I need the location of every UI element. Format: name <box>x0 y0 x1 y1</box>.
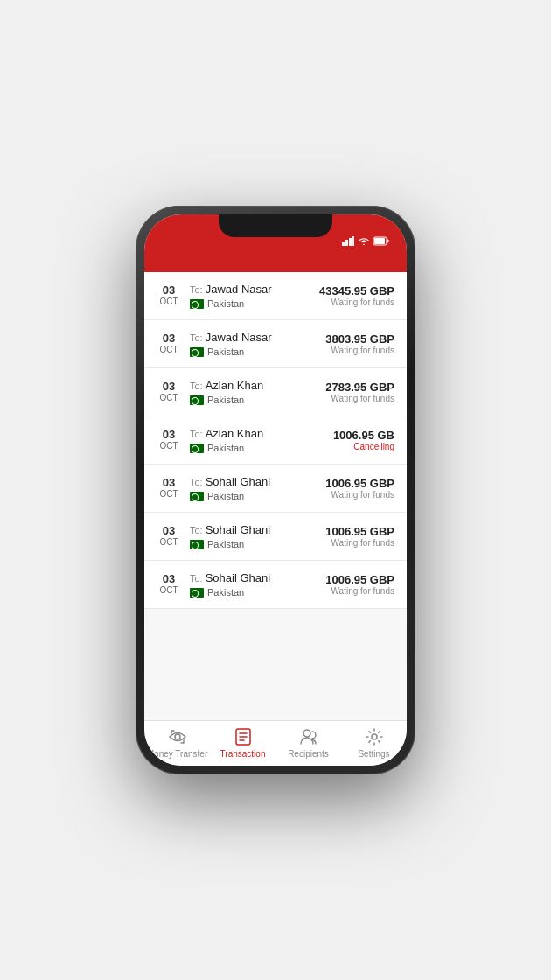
transaction-amount: 1006.95 GBP Wating for funds <box>325 573 394 596</box>
country-row: Pakistan <box>190 539 317 550</box>
transaction-amount: 2783.95 GBP Wating for funds <box>325 381 394 403</box>
transaction-details: To: Sohail Ghani Pakistan <box>190 571 317 598</box>
amount-status: Wating for funds <box>325 538 394 548</box>
amount-value: 1006.95 GB <box>333 429 394 442</box>
date-day: 03 <box>163 573 175 584</box>
transaction-amount: 43345.95 GBP Wating for funds <box>319 284 394 307</box>
svg-rect-1 <box>345 240 348 246</box>
to-label: To: <box>190 284 203 295</box>
amount-value: 1006.95 GBP <box>325 573 394 586</box>
pakistan-flag-icon <box>190 492 204 501</box>
transaction-item[interactable]: 03 OCT To: Sohail Ghani Pakistan 1006.95… <box>144 561 407 609</box>
amount-value: 43345.95 GBP <box>319 284 394 298</box>
country-name: Pakistan <box>207 346 244 357</box>
transaction-date: 03 OCT <box>157 332 181 356</box>
recipient-row: To: Sohail Ghani <box>190 571 317 584</box>
status-icons <box>342 236 389 248</box>
country-name: Pakistan <box>207 395 244 405</box>
transaction-date: 03 OCT <box>157 573 181 597</box>
to-label: To: <box>190 525 203 536</box>
transaction-details: To: Jawad Nasar Pakistan <box>190 331 317 357</box>
svg-rect-5 <box>387 240 389 243</box>
country-row: Pakistan <box>190 443 324 453</box>
transaction-details: To: Azlan Khan Pakistan <box>190 379 317 405</box>
recipient-row: To: Azlan Khan <box>190 379 317 392</box>
pakistan-flag-icon <box>190 299 204 309</box>
nav-item-money-transfer[interactable]: Money Transfer <box>144 726 210 759</box>
recipient-name: Jawad Nasar <box>206 331 272 344</box>
recipient-row: To: Azlan Khan <box>190 427 324 440</box>
transaction-nav-icon <box>233 726 254 747</box>
recipients-nav-icon <box>298 726 319 747</box>
to-label: To: <box>190 381 203 391</box>
amount-value: 3803.95 GBP <box>325 332 394 346</box>
svg-point-11 <box>303 730 310 737</box>
recipient-name: Azlan Khan <box>206 427 264 440</box>
battery-icon <box>373 236 389 246</box>
amount-status: Wating for funds <box>325 394 394 403</box>
transaction-item[interactable]: 03 OCT To: Sohail Ghani Pakistan 1006.95… <box>144 465 407 513</box>
amount-status: Wating for funds <box>325 346 394 355</box>
transaction-item[interactable]: 03 OCT To: Sohail Ghani Pakistan 1006.95… <box>144 513 407 561</box>
settings-nav-icon <box>364 726 385 747</box>
transaction-details: To: Jawad Nasar Pakistan <box>190 283 310 309</box>
svg-rect-3 <box>352 236 354 246</box>
transaction-date: 03 OCT <box>157 381 181 404</box>
recipient-row: To: Sohail Ghani <box>190 475 317 488</box>
amount-status: Cancelling <box>333 442 394 452</box>
signal-icon <box>342 236 354 246</box>
svg-rect-6 <box>374 238 385 244</box>
country-name: Pakistan <box>207 491 244 501</box>
country-row: Pakistan <box>190 491 317 501</box>
recipients-nav-label: Recipients <box>288 749 329 759</box>
country-name: Pakistan <box>207 298 244 309</box>
nav-item-recipients[interactable]: Recipients <box>276 726 341 759</box>
recipient-name: Sohail Ghani <box>206 523 270 536</box>
recipient-name: Azlan Khan <box>206 379 264 392</box>
app-header <box>144 251 407 272</box>
to-label: To: <box>190 429 203 439</box>
svg-point-12 <box>372 734 377 739</box>
nav-item-settings[interactable]: Settings <box>341 726 407 759</box>
transaction-item[interactable]: 03 OCT To: Azlan Khan Pakistan 2783.95 G… <box>144 368 407 416</box>
country-name: Pakistan <box>207 443 244 453</box>
amount-status: Wating for funds <box>319 298 394 307</box>
date-month: OCT <box>159 392 178 404</box>
pakistan-flag-icon <box>190 540 204 550</box>
transaction-details: To: Sohail Ghani Pakistan <box>190 475 317 501</box>
transaction-date: 03 OCT <box>157 477 181 500</box>
amount-status: Wating for funds <box>325 490 394 500</box>
transaction-item[interactable]: 03 OCT To: Azlan Khan Pakistan 1006.95 G… <box>144 416 407 465</box>
recipient-row: To: Jawad Nasar <box>190 331 317 344</box>
amount-value: 1006.95 GBP <box>325 525 394 538</box>
phone-notch <box>219 214 332 237</box>
date-day: 03 <box>163 332 175 344</box>
date-month: OCT <box>159 536 178 549</box>
date-month: OCT <box>159 488 178 500</box>
transaction-amount: 3803.95 GBP Wating for funds <box>325 332 394 355</box>
country-row: Pakistan <box>190 346 317 357</box>
wifi-icon <box>358 236 370 246</box>
settings-nav-label: Settings <box>358 749 389 759</box>
recipient-row: To: Jawad Nasar <box>190 283 310 296</box>
transaction-date: 03 OCT <box>157 429 181 452</box>
date-month: OCT <box>159 344 178 356</box>
pakistan-flag-icon <box>190 396 204 405</box>
date-day: 03 <box>163 429 175 440</box>
transaction-date: 03 OCT <box>157 284 181 308</box>
money-transfer-nav-label: Money Transfer <box>147 749 207 759</box>
pakistan-flag-icon <box>190 444 204 453</box>
svg-rect-2 <box>349 238 352 246</box>
date-day: 03 <box>163 525 175 536</box>
date-day: 03 <box>163 284 175 296</box>
date-day: 03 <box>163 477 175 488</box>
transaction-item[interactable]: 03 OCT To: Jawad Nasar Pakistan 3803.95 … <box>144 320 407 368</box>
transaction-amount: 1006.95 GBP Wating for funds <box>325 477 394 500</box>
transaction-item[interactable]: 03 OCT To: Jawad Nasar Pakistan 43345.95… <box>144 272 407 320</box>
country-name: Pakistan <box>207 539 244 550</box>
nav-item-transaction[interactable]: Transaction <box>210 726 276 759</box>
pakistan-flag-icon <box>190 588 204 598</box>
to-label: To: <box>190 477 203 487</box>
amount-status: Wating for funds <box>325 586 394 596</box>
money-transfer-nav-icon <box>167 726 188 747</box>
